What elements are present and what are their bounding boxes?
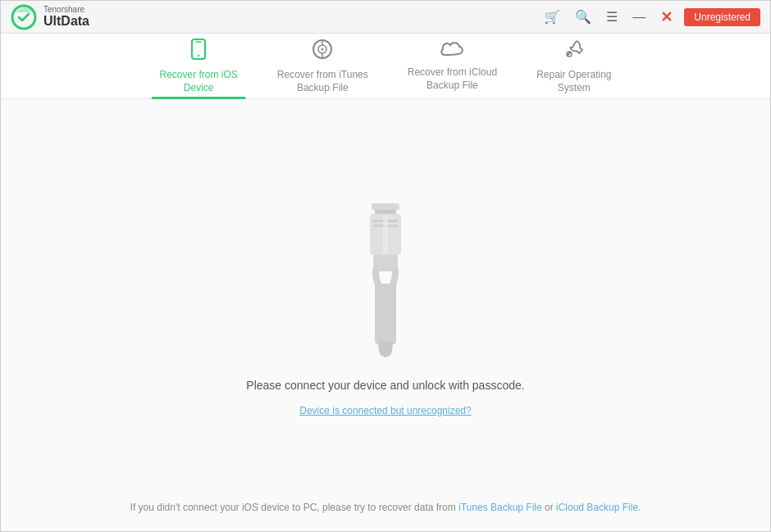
ios-device-icon bbox=[187, 38, 210, 66]
unregistered-button[interactable]: Unregistered bbox=[684, 8, 760, 26]
connect-text: Please connect your device and unlock wi… bbox=[246, 379, 524, 392]
tab-icloud-label: Recover from iCloud Backup File bbox=[408, 66, 497, 92]
svg-point-2 bbox=[198, 55, 199, 57]
main-content: Please connect your device and unlock wi… bbox=[1, 99, 770, 532]
svg-rect-17 bbox=[383, 215, 388, 254]
cart-icon[interactable]: 🛒 bbox=[541, 7, 563, 26]
tab-repair[interactable]: Repair Operating System bbox=[517, 34, 631, 98]
itunes-icon bbox=[311, 38, 334, 66]
footer-text-before: If you didn't connect your iOS device to… bbox=[130, 502, 458, 513]
close-icon[interactable]: ✕ bbox=[657, 7, 676, 28]
cable-svg bbox=[349, 202, 422, 366]
logo-area: Tenorshare UltData bbox=[11, 4, 89, 30]
svg-point-6 bbox=[322, 48, 324, 50]
tab-ios-device-label: Recover from iOS Device bbox=[159, 69, 237, 94]
search-icon[interactable]: 🔍 bbox=[572, 7, 595, 26]
tab-itunes-label: Recover from iTunes Backup File bbox=[277, 69, 368, 94]
svg-rect-10 bbox=[372, 203, 399, 210]
nav-tabs: Recover from iOS Device Recover from iTu… bbox=[1, 34, 770, 99]
footer-itunes-link[interactable]: iTunes Backup File bbox=[458, 502, 542, 513]
footer-text-middle: or bbox=[542, 502, 556, 513]
unrecognized-link[interactable]: Device is connected but unrecognized? bbox=[299, 405, 471, 416]
center-area: Please connect your device and unlock wi… bbox=[246, 116, 524, 502]
icloud-icon bbox=[440, 40, 464, 63]
title-bar-controls: 🛒 🔍 ☰ — ✕ Unregistered bbox=[541, 7, 760, 28]
tab-icloud[interactable]: Recover from iCloud Backup File bbox=[388, 34, 517, 98]
menu-icon[interactable]: ☰ bbox=[603, 7, 621, 26]
repair-icon bbox=[563, 38, 586, 66]
tab-repair-label: Repair Operating System bbox=[536, 69, 611, 94]
app-logo-icon bbox=[11, 4, 37, 30]
footer-text: If you didn't connect your iOS device to… bbox=[98, 502, 674, 513]
minimize-icon[interactable]: — bbox=[629, 8, 649, 26]
title-bar: Tenorshare UltData 🛒 🔍 ☰ — ✕ Unregistere… bbox=[1, 1, 770, 34]
footer-icloud-link[interactable]: iCloud Backup File bbox=[556, 502, 638, 513]
svg-rect-11 bbox=[375, 210, 396, 214]
company-name: Tenorshare bbox=[43, 5, 89, 14]
tab-itunes[interactable]: Recover from iTunes Backup File bbox=[258, 34, 388, 98]
cable-illustration bbox=[344, 202, 427, 366]
app-name: UltData bbox=[43, 14, 89, 29]
tab-ios-device[interactable]: Recover from iOS Device bbox=[139, 34, 257, 98]
logo-text: Tenorshare UltData bbox=[43, 5, 89, 29]
svg-rect-16 bbox=[378, 284, 393, 341]
footer-text-after: . bbox=[638, 502, 641, 513]
